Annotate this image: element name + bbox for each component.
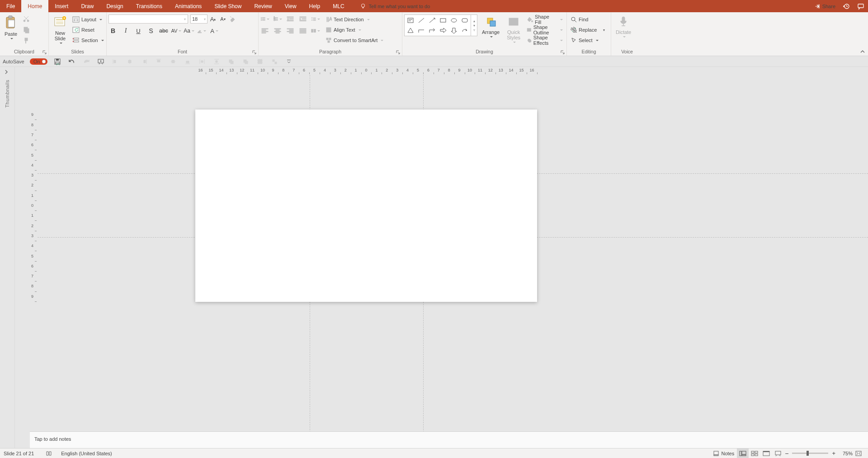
numbering-button[interactable]: 123 bbox=[273, 14, 282, 24]
shape-triangle[interactable] bbox=[405, 25, 416, 35]
ungroup-qat[interactable] bbox=[270, 57, 279, 66]
align-middle-qat[interactable] bbox=[169, 57, 178, 66]
underline-button[interactable]: U bbox=[134, 26, 143, 35]
shape-rounded-rect[interactable] bbox=[459, 15, 470, 25]
align-text-button[interactable]: Align Text bbox=[324, 25, 385, 35]
tab-home[interactable]: Home bbox=[21, 0, 48, 12]
customize-qat[interactable] bbox=[284, 57, 293, 66]
shape-rectangle[interactable] bbox=[438, 15, 448, 25]
select-button[interactable]: Select bbox=[569, 35, 607, 45]
text-direction-button[interactable]: ||AText Direction bbox=[324, 14, 385, 24]
shapes-more[interactable]: ▿ bbox=[471, 28, 477, 32]
font-size-combo[interactable]: 18▾ bbox=[190, 14, 208, 24]
tab-help[interactable]: Help bbox=[303, 0, 327, 12]
shape-effects-button[interactable]: Shape Effects bbox=[525, 35, 565, 45]
bullets-button[interactable] bbox=[260, 14, 269, 24]
distribute-h-qat[interactable] bbox=[198, 57, 207, 66]
dictate-button[interactable]: Dictate bbox=[613, 14, 634, 40]
collapse-ribbon-button[interactable] bbox=[860, 49, 865, 54]
arrange-button[interactable]: Arrange bbox=[479, 14, 502, 40]
align-left-qat[interactable] bbox=[111, 57, 120, 66]
strikethrough-button[interactable]: abc bbox=[159, 26, 168, 35]
shape-line-arrow[interactable] bbox=[427, 15, 438, 25]
slide-sorter-view-button[interactable] bbox=[749, 448, 760, 458]
save-button[interactable] bbox=[53, 57, 62, 66]
character-spacing-button[interactable]: AV bbox=[172, 26, 181, 35]
clear-formatting-button[interactable] bbox=[228, 14, 237, 24]
decrease-font-size-button[interactable]: A▾ bbox=[218, 14, 227, 24]
align-top-qat[interactable] bbox=[154, 57, 163, 66]
bring-forward-qat[interactable] bbox=[226, 57, 236, 66]
group-qat[interactable] bbox=[255, 57, 264, 66]
shape-textbox[interactable] bbox=[405, 15, 416, 25]
undo-button[interactable] bbox=[67, 57, 76, 66]
font-name-combo[interactable]: ▾ bbox=[108, 14, 188, 24]
align-center-qat[interactable] bbox=[125, 57, 134, 66]
slide-counter[interactable]: Slide 21 of 21 bbox=[4, 451, 34, 456]
font-color-button[interactable]: A bbox=[210, 26, 219, 35]
align-left-button[interactable] bbox=[260, 26, 269, 35]
highlight-button[interactable] bbox=[197, 26, 206, 35]
columns-button[interactable] bbox=[311, 26, 320, 35]
bold-button[interactable]: B bbox=[108, 26, 118, 35]
italic-button[interactable]: I bbox=[121, 26, 130, 35]
expand-thumbnails-button[interactable] bbox=[4, 70, 10, 76]
font-dialog-launcher[interactable] bbox=[251, 49, 257, 55]
notes-pane[interactable]: Tap to add notes bbox=[30, 431, 868, 448]
tab-transitions[interactable]: Transitions bbox=[130, 0, 169, 12]
tab-design[interactable]: Design bbox=[100, 0, 129, 12]
shape-elbow[interactable] bbox=[416, 25, 427, 35]
shape-oval[interactable] bbox=[448, 15, 459, 25]
line-spacing-button[interactable] bbox=[311, 14, 320, 24]
redo-button[interactable] bbox=[82, 57, 91, 66]
autosave-toggle[interactable]: On bbox=[30, 58, 48, 65]
new-slide-button[interactable]: New Slide bbox=[51, 14, 70, 46]
shapes-scroll-up[interactable]: ▴ bbox=[471, 19, 477, 23]
zoom-in-button[interactable]: + bbox=[831, 448, 836, 458]
tab-slide-show[interactable]: Slide Show bbox=[208, 0, 248, 12]
share-button[interactable]: Share bbox=[814, 3, 835, 10]
shape-line[interactable] bbox=[416, 15, 427, 25]
paragraph-dialog-launcher[interactable] bbox=[395, 49, 401, 55]
layout-button[interactable]: Layout bbox=[71, 14, 106, 24]
zoom-slider-thumb[interactable] bbox=[807, 451, 809, 456]
shape-arrow-curved[interactable] bbox=[459, 25, 470, 35]
zoom-out-button[interactable]: − bbox=[784, 448, 789, 458]
zoom-level[interactable]: 75% bbox=[836, 451, 853, 456]
distribute-v-qat[interactable] bbox=[212, 57, 221, 66]
shape-arrow-down[interactable] bbox=[448, 25, 459, 35]
section-button[interactable]: Section bbox=[71, 35, 106, 45]
tab-insert[interactable]: Insert bbox=[48, 0, 75, 12]
tab-view[interactable]: View bbox=[278, 0, 303, 12]
convert-smartart-button[interactable]: Convert to SmartArt bbox=[324, 35, 385, 45]
version-history-button[interactable] bbox=[843, 3, 850, 10]
thumbnails-panel-collapsed[interactable]: Thumbnails bbox=[0, 67, 15, 448]
increase-font-size-button[interactable]: A▴ bbox=[208, 14, 217, 24]
shape-elbow-arrow[interactable] bbox=[427, 25, 438, 35]
fit-to-window-button[interactable] bbox=[853, 448, 864, 458]
replace-button[interactable]: abacReplace▾ bbox=[569, 25, 607, 35]
slideshow-view-button[interactable] bbox=[772, 448, 784, 458]
tab-review[interactable]: Review bbox=[248, 0, 278, 12]
align-bottom-qat[interactable] bbox=[183, 57, 192, 66]
start-from-beginning-button[interactable] bbox=[96, 57, 105, 66]
tab-draw[interactable]: Draw bbox=[75, 0, 100, 12]
shape-outline-button[interactable]: Shape Outline bbox=[525, 25, 565, 35]
shape-arrow-right[interactable] bbox=[438, 25, 448, 35]
reset-button[interactable]: Reset bbox=[71, 25, 106, 35]
normal-view-button[interactable] bbox=[737, 448, 749, 458]
format-painter-button[interactable] bbox=[22, 36, 31, 45]
justify-button[interactable] bbox=[298, 26, 307, 35]
align-center-button[interactable] bbox=[273, 26, 282, 35]
notes-toggle[interactable]: Notes bbox=[710, 448, 737, 458]
tell-me-search[interactable]: Tell me what you want to do bbox=[360, 0, 430, 12]
clipboard-dialog-launcher[interactable] bbox=[42, 49, 47, 55]
language-indicator[interactable]: English (United States) bbox=[61, 451, 112, 456]
tab-animations[interactable]: Animations bbox=[169, 0, 208, 12]
align-right-qat[interactable] bbox=[140, 57, 149, 66]
paste-button[interactable]: Paste bbox=[2, 14, 20, 42]
cut-button[interactable] bbox=[22, 14, 31, 24]
quick-styles-button[interactable]: Quick Styles bbox=[504, 14, 523, 45]
slide-canvas[interactable] bbox=[195, 110, 537, 302]
shape-fill-button[interactable]: Shape Fill bbox=[525, 14, 565, 24]
